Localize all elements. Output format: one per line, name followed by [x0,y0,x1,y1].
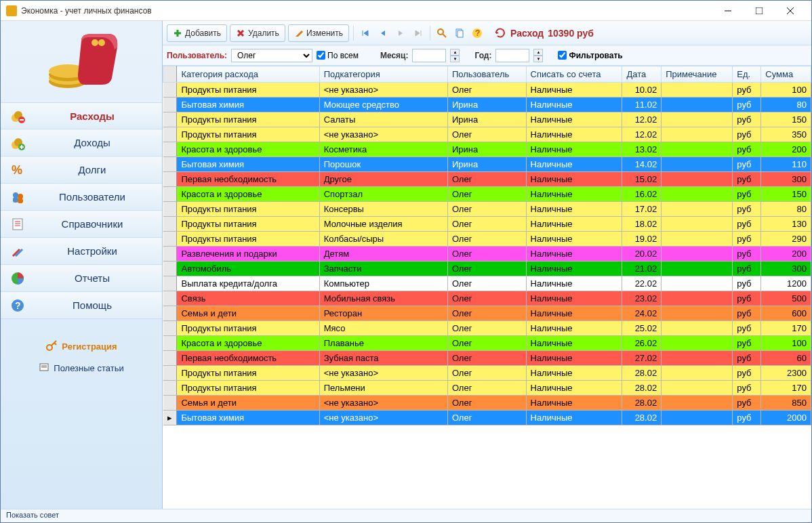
filter-input[interactable] [558,51,567,60]
cell-date: 12.02 [622,127,662,142]
cell-unit: руб [733,306,761,321]
table-row[interactable]: Продукты питания<не указано>ОлегНаличные… [163,127,811,142]
table-row[interactable]: Семья и дети<не указано>ОлегНаличные28.0… [163,396,811,411]
nav-settings[interactable]: Настройки [1,238,162,265]
user-select[interactable]: Олег [231,49,312,62]
last-button[interactable] [411,26,426,41]
articles-link[interactable]: Полезные статьи [39,362,123,375]
cell-account: Наличные [526,336,622,351]
status-bar[interactable]: Показать совет [1,509,811,522]
cell-account: Наличные [526,306,622,321]
copy-button[interactable] [452,26,467,41]
next-button[interactable] [393,26,408,41]
search-button[interactable] [434,26,449,41]
table-row[interactable]: ▸Бытовая химия<не указано>ОлегНаличные28… [163,411,811,425]
table-row[interactable]: Красота и здоровьеПлаваньеОлегНаличные26… [163,336,811,351]
month-spinner[interactable]: ▲▼ [450,49,460,62]
table-row[interactable]: Продукты питанияМолочные изделияОлегНали… [163,217,811,232]
year-spinner[interactable]: ▲▼ [533,49,543,62]
add-button[interactable]: Добавить [167,24,227,42]
wallet-icon [44,30,119,93]
table-row[interactable]: Бытовая химияМоющее средствоИринаНаличны… [163,98,811,112]
info-button[interactable]: ? [470,26,485,41]
maximize-button[interactable] [744,1,775,20]
table-row[interactable]: АвтомобильЗапчастиОлегНаличные21.02руб30… [163,262,811,276]
cell-date: 12.02 [622,112,662,127]
toolbar-separator [430,26,430,41]
table-row[interactable]: Продукты питанияПельмениОлегНаличные28.0… [163,381,811,396]
nav-income[interactable]: Доходы [1,129,162,156]
col-category[interactable]: Категория расхода [177,66,319,83]
nav-expenses[interactable]: Расходы [1,102,162,129]
table-row[interactable]: Продукты питания<не указано>ОлегНаличные… [163,83,811,98]
col-date[interactable]: Дата [622,66,662,83]
year-input[interactable] [495,49,529,62]
cell-user: Олег [447,306,526,321]
table-scroll[interactable]: Категория расхода Подкатегория Пользоват… [163,66,811,509]
cell-unit: руб [733,187,761,202]
table-row[interactable]: Красота и здоровьеСпортзалОлегНаличные16… [163,187,811,202]
table-row[interactable]: Продукты питанияКолбасы/сырыОлегНаличные… [163,232,811,247]
row-marker [163,247,177,262]
table-row[interactable]: Первая необходимостьДругоеОлегНаличные15… [163,172,811,187]
col-unit[interactable]: Ед. [733,66,761,83]
table-row[interactable]: Бытовая химияПорошокИринаНаличные14.02ру… [163,157,811,172]
delete-button[interactable]: Удалить [230,24,285,42]
cell-note [662,187,733,202]
refresh-icon [494,27,506,39]
nav-help[interactable]: ? Помощь [1,292,162,319]
cell-sum: 2300 [761,366,811,381]
svg-rect-24 [13,219,22,230]
close-button[interactable] [775,1,806,20]
row-marker-header [163,66,177,83]
all-users-input[interactable] [317,51,325,60]
cell-unit: руб [733,142,761,157]
edit-button[interactable]: Изменить [288,24,349,42]
col-user[interactable]: Пользователь [447,66,526,83]
cell-category: Бытовая химия [177,411,319,425]
nav-users[interactable]: Пользователи [1,184,162,211]
table-row[interactable]: Семья и детиРесторанОлегНаличные24.02руб… [163,306,811,321]
filter-checkbox[interactable]: Фильтровать [558,51,622,60]
cell-note [662,396,733,411]
cell-sum: 300 [761,172,811,187]
cell-note [662,321,733,336]
col-account[interactable]: Списать со счета [526,66,622,83]
minimize-button[interactable] [712,1,744,20]
cell-subcategory: Колбасы/сыры [319,232,447,247]
table-row[interactable]: Красота и здоровьеКосметикаИринаНаличные… [163,142,811,157]
cell-date: 14.02 [622,157,662,172]
col-sum[interactable]: Сумма [761,66,811,83]
app-window: Экономка - учет личных финансов [0,0,812,523]
table-row[interactable]: Продукты питанияСалатыИринаНаличные12.02… [163,112,811,127]
nav-reports[interactable]: Отчеты [1,265,162,292]
prev-button[interactable] [375,26,390,41]
table-row[interactable]: СвязьМобильная связьОлегНаличные23.02руб… [163,291,811,306]
cell-account: Наличные [526,172,622,187]
cell-unit: руб [733,321,761,336]
registration-label: Регистрация [62,341,117,352]
col-subcategory[interactable]: Подкатегория [319,66,447,83]
cell-date: 28.02 [622,381,662,396]
table-row[interactable]: Продукты питанияМясоОлегНаличные25.02руб… [163,321,811,336]
cell-subcategory: Спортзал [319,187,447,202]
table-row[interactable]: Первая необходимостьЗубная пастаОлегНали… [163,351,811,366]
table-row[interactable]: Продукты питанияКонсервыОлегНаличные17.0… [163,202,811,217]
svg-rect-23 [18,198,23,203]
nav-debts[interactable]: % Долги [1,156,162,184]
cell-sum: 100 [761,336,811,351]
all-users-checkbox[interactable]: По всем [317,51,359,60]
first-button[interactable] [358,26,373,41]
month-input[interactable] [412,49,446,62]
cell-category: Продукты питания [177,381,319,396]
table-row[interactable]: Выплата кредита/долгаКомпьютерОлегНаличн… [163,276,811,291]
cell-note [662,157,733,172]
nav-reference[interactable]: Справочники [1,211,162,238]
titlebar: Экономка - учет личных финансов [1,1,811,21]
table-row[interactable]: Развлечения и подаркиДетямОлегНаличные20… [163,247,811,262]
col-note[interactable]: Примечание [662,66,733,83]
pie-chart-icon [10,271,25,286]
table-row[interactable]: Продукты питания<не указано>ОлегНаличные… [163,366,811,381]
cell-user: Олег [447,172,526,187]
registration-link[interactable]: Регистрация [45,339,117,354]
